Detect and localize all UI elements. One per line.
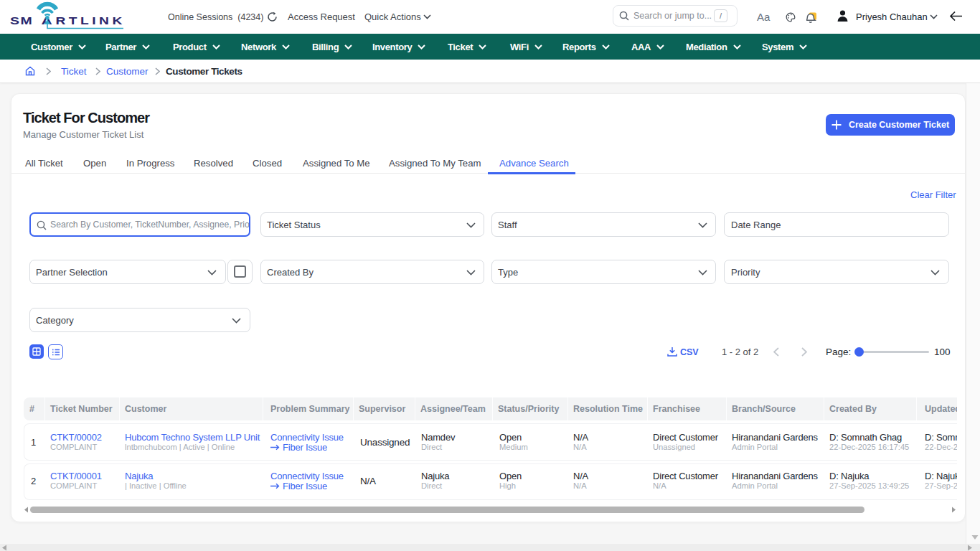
svg-text:RTLINK: RTLINK: [56, 14, 126, 27]
svg-text:SM: SM: [10, 14, 33, 27]
